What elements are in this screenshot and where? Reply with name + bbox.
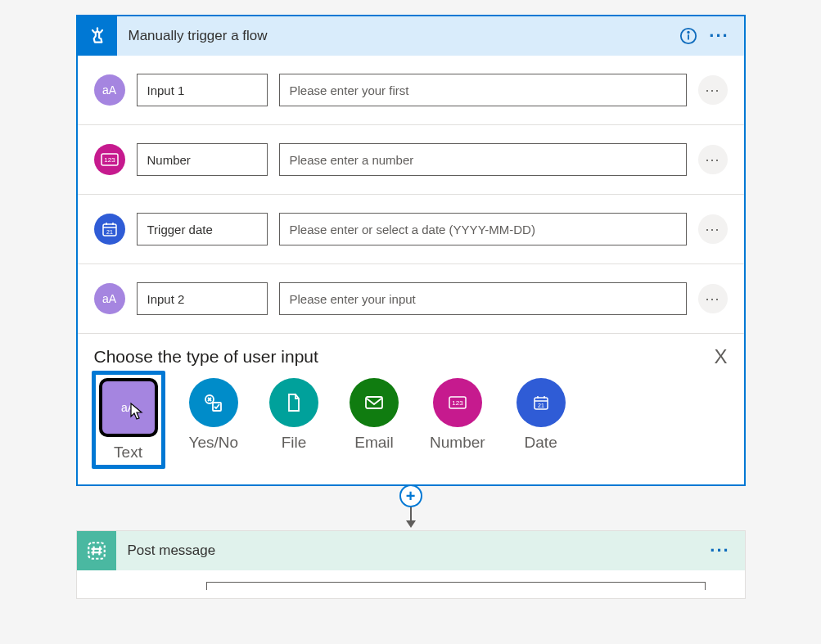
input-name-field[interactable]: [137, 213, 268, 245]
text-icon: aA: [94, 74, 125, 106]
date-icon: 21: [94, 214, 125, 245]
svg-point-2: [688, 32, 689, 34]
info-icon[interactable]: [679, 26, 698, 46]
chooser-title: Choose the type of user input: [94, 347, 318, 367]
row-menu-button[interactable]: ···: [698, 75, 728, 105]
row-menu-button[interactable]: ···: [698, 284, 728, 313]
svg-marker-23: [406, 520, 416, 528]
row-menu-button[interactable]: ···: [698, 145, 728, 174]
type-number-button[interactable]: 123Number: [430, 378, 485, 462]
hash-icon: [77, 531, 116, 570]
svg-line-26: [99, 547, 100, 556]
input-placeholder-field[interactable]: Please enter your first: [279, 74, 687, 106]
email-icon: [350, 378, 399, 427]
input-name-field[interactable]: [137, 282, 268, 315]
svg-line-25: [92, 547, 93, 556]
step-connector: +: [399, 486, 422, 529]
type-email-button[interactable]: Email: [350, 378, 399, 462]
close-icon[interactable]: X: [714, 347, 727, 367]
input-row: aAPlease enter your first···: [78, 56, 744, 125]
svg-rect-14: [366, 397, 382, 408]
input-row: aAPlease enter your input···: [78, 264, 744, 334]
number-icon: 123: [94, 144, 125, 175]
type-label: Number: [430, 434, 485, 452]
type-date-button[interactable]: 21Date: [517, 378, 566, 462]
action-title: Post message: [116, 543, 710, 559]
type-label: Date: [525, 434, 557, 452]
svg-text:123: 123: [452, 399, 463, 407]
file-icon: [269, 378, 318, 427]
svg-text:21: 21: [106, 229, 113, 235]
input-placeholder-field[interactable]: Please enter a number: [279, 143, 687, 176]
input-placeholder-field[interactable]: Please enter or select a date (YYYY-MM-D…: [279, 213, 687, 245]
trigger-header[interactable]: Manually trigger a flow ···: [78, 16, 744, 56]
action-card: Post message ···: [76, 530, 746, 599]
more-icon[interactable]: ···: [710, 541, 730, 561]
type-label: Yes/No: [189, 434, 239, 452]
input-row: 21Please enter or select a date (YYYY-MM…: [78, 195, 744, 264]
input-placeholder-field[interactable]: Please enter your input: [279, 282, 687, 315]
input-type-chooser: Choose the type of user input X aATextYe…: [78, 334, 744, 484]
svg-text:123: 123: [104, 156, 115, 164]
yesno-icon: [189, 378, 238, 427]
arrow-down-icon: [404, 506, 418, 529]
action-field[interactable]: [206, 582, 706, 590]
action-header[interactable]: Post message ···: [77, 531, 745, 570]
type-label: Text: [114, 444, 142, 462]
input-row: 123Please enter a number···: [78, 125, 744, 195]
trigger-card: Manually trigger a flow ··· aAPlease ent…: [76, 15, 746, 486]
input-name-field[interactable]: [137, 74, 268, 106]
date-icon: 21: [517, 378, 566, 427]
input-name-field[interactable]: [137, 143, 268, 176]
type-yesno-button[interactable]: Yes/No: [189, 378, 239, 462]
type-label: File: [282, 434, 307, 452]
more-icon[interactable]: ···: [710, 26, 729, 46]
type-file-button[interactable]: File: [269, 378, 318, 462]
svg-text:21: 21: [538, 403, 544, 408]
trigger-tap-icon: [78, 16, 117, 56]
text-icon: aA: [99, 378, 158, 437]
row-menu-button[interactable]: ···: [698, 214, 728, 244]
number-icon: 123: [433, 378, 482, 427]
type-label: Email: [354, 434, 394, 452]
svg-rect-24: [88, 543, 105, 559]
type-text-button[interactable]: aAText: [92, 371, 165, 469]
text-icon: aA: [94, 283, 125, 314]
add-step-button[interactable]: +: [399, 484, 422, 507]
trigger-title: Manually trigger a flow: [117, 28, 679, 44]
